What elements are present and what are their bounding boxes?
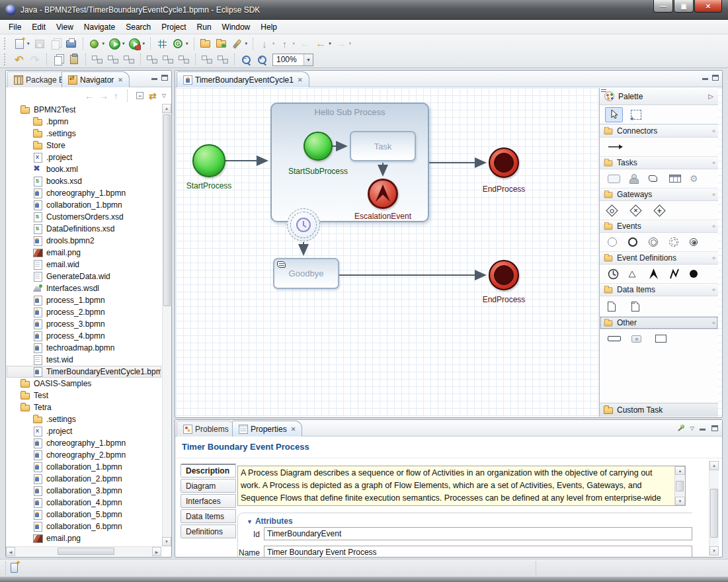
link-with-editor-icon[interactable]: ⇄ (149, 91, 157, 101)
tab-interfaces[interactable]: Interfaces (181, 494, 236, 508)
properties-scrollbar[interactable]: ▲ ▼ (709, 461, 719, 556)
close-tab-icon[interactable]: ✕ (291, 426, 296, 433)
align-left-button[interactable] (89, 52, 105, 67)
save-all-button[interactable] (48, 36, 63, 51)
scroll-left-icon[interactable]: ◀ (6, 547, 15, 556)
name-input[interactable] (264, 546, 692, 558)
minimize-view-icon[interactable] (702, 75, 709, 81)
minimize-view-icon[interactable] (151, 75, 158, 81)
escalation-definition-tool[interactable] (649, 269, 669, 279)
dropdown-arrow-icon[interactable]: ▾ (102, 41, 105, 46)
undo-button[interactable]: ↶ (11, 52, 27, 67)
up-level-icon[interactable]: ↑ (114, 91, 118, 101)
maximize-view-icon[interactable] (711, 425, 718, 431)
section-custom-task[interactable]: Custom Task (600, 403, 718, 417)
pin-icon[interactable]: ‹› (712, 128, 715, 134)
tree-item[interactable]: book.xml (7, 163, 161, 175)
menu-run[interactable]: Run (192, 21, 217, 34)
tree-item[interactable]: collaboration_6.bpmn (7, 520, 161, 532)
match-width-button[interactable] (199, 52, 215, 67)
tree-item[interactable]: .settings (7, 413, 161, 425)
task-tool[interactable] (608, 175, 628, 183)
section-data-items[interactable]: Data Items ‹› (600, 283, 718, 296)
palette-header[interactable]: Palette ▷ (600, 88, 718, 105)
scroll-down-icon[interactable]: ▼ (162, 537, 171, 546)
tab-problems[interactable]: Problems (177, 421, 235, 436)
tree-item[interactable]: process_1.bpmn (7, 294, 161, 306)
sequence-flow-tool[interactable] (608, 144, 631, 150)
view-menu-icon[interactable]: ▽ (690, 425, 694, 431)
section-tasks[interactable]: Tasks ‹› (600, 156, 718, 169)
align-bottom-button[interactable] (176, 52, 192, 67)
scroll-right-icon[interactable]: ▶ (152, 547, 161, 556)
save-button[interactable] (32, 36, 48, 51)
goodbye-task-node[interactable]: Goodbye (273, 258, 339, 289)
tree-item[interactable]: .bpmn (7, 116, 161, 128)
tree-item[interactable]: email.wid (7, 259, 161, 270)
conditional-definition-tool[interactable] (628, 270, 649, 278)
menu-window[interactable]: Window (217, 21, 256, 34)
forward-history-icon[interactable]: → (99, 91, 108, 101)
dropdown-arrow-icon[interactable]: ▾ (349, 41, 352, 46)
scrollbar-thumb[interactable] (58, 548, 114, 555)
scrollbar-thumb[interactable] (710, 489, 718, 538)
tree-item[interactable]: Interfaces.wsdl (7, 282, 161, 294)
end-event-top-node[interactable] (489, 147, 519, 178)
new-java-element-button[interactable] (154, 36, 170, 51)
tree-item[interactable]: techroadmap.bpmn (7, 342, 161, 354)
tree-item[interactable]: process_4.bpmn (7, 330, 161, 342)
business-rule-task-tool[interactable] (669, 175, 690, 183)
minimize-view-icon[interactable] (700, 425, 706, 431)
align-middle-button[interactable] (160, 52, 176, 67)
close-tab-icon[interactable]: ✕ (298, 77, 303, 83)
pin-icon[interactable]: ‹› (712, 159, 715, 166)
timer-boundary-event-node[interactable] (287, 208, 320, 241)
zoom-dropdown-arrow-icon[interactable]: ▼ (303, 54, 313, 65)
start-sub-event-node[interactable] (303, 132, 333, 161)
pin-view-icon[interactable] (676, 424, 685, 433)
zoom-in-button[interactable]: + (254, 52, 270, 67)
data-object-tool[interactable] (608, 302, 631, 312)
description-scrollbar[interactable]: ▲ ▼ (674, 466, 685, 505)
maximize-button[interactable]: ▣ (674, 0, 694, 13)
timer-definition-tool[interactable] (608, 269, 628, 280)
dropdown-arrow-icon[interactable]: ▾ (143, 41, 145, 46)
message-tool[interactable] (631, 335, 655, 343)
pin-icon[interactable]: ‹› (712, 223, 715, 229)
zoom-out-button[interactable]: − (238, 52, 254, 67)
tree-item[interactable]: Store (7, 140, 161, 151)
subprocess-hello[interactable]: Hello Sub Process (270, 103, 429, 222)
throw-event-tool[interactable] (690, 238, 710, 246)
collapse-all-icon[interactable]: − (136, 92, 143, 99)
tree-item[interactable]: GenerateData.wid (7, 270, 161, 282)
start-event-node[interactable] (192, 144, 225, 177)
tree-item[interactable]: TimerBoundaryEventCycle1.bpmn (7, 366, 161, 378)
task-node[interactable]: Task (350, 131, 416, 161)
inclusive-gateway-tool[interactable] (608, 206, 631, 215)
menu-search[interactable]: Search (120, 21, 156, 34)
tab-data-items[interactable]: Data Items (181, 509, 236, 523)
menu-file[interactable]: File (3, 21, 26, 34)
tree-item[interactable]: email.png (7, 532, 161, 544)
close-button[interactable]: ✕ (694, 0, 722, 13)
run-last-button[interactable] (127, 36, 143, 51)
tree-vertical-scrollbar[interactable]: ▲ ▼ (162, 104, 171, 546)
tree-item[interactable]: process_2.bpmn (7, 306, 161, 318)
tree-item[interactable]: .project (7, 425, 161, 437)
run-button[interactable] (106, 36, 122, 51)
zoom-level-combo[interactable]: 100% ▼ (272, 54, 313, 66)
section-other[interactable]: Other ‹› (600, 316, 718, 329)
tree-item[interactable]: OASIS-Samples (7, 378, 161, 390)
tree-item[interactable]: BPMN2Test (7, 104, 161, 116)
copy-button[interactable] (50, 52, 66, 67)
service-task-tool[interactable]: ⚙ (690, 174, 710, 183)
menu-navigate[interactable]: Navigate (79, 21, 120, 34)
tree-item[interactable]: Tetra (7, 401, 161, 413)
attributes-header[interactable]: ▼Attributes (247, 517, 293, 526)
section-event-definitions[interactable]: Event Definitions ‹› (600, 251, 718, 265)
dropdown-arrow-icon[interactable]: ▾ (186, 41, 188, 46)
align-center-button[interactable] (105, 52, 121, 67)
scrollbar-thumb[interactable] (676, 481, 684, 491)
tree-item[interactable]: .project (7, 151, 161, 163)
open-resource-button[interactable] (214, 36, 229, 51)
